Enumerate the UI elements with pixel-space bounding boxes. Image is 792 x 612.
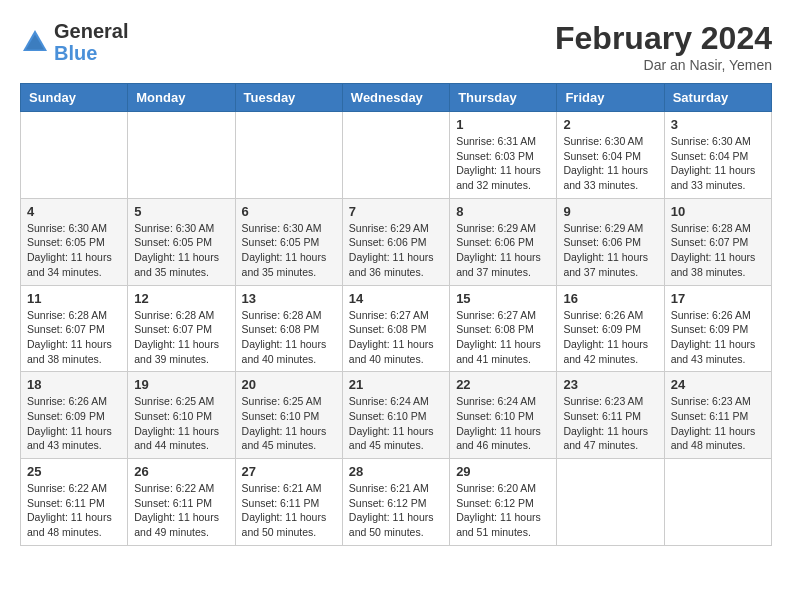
page-header: General Blue February 2024 Dar an Nasir,… [20, 20, 772, 73]
calendar-cell: 8Sunrise: 6:29 AM Sunset: 6:06 PM Daylig… [450, 198, 557, 285]
day-info: Sunrise: 6:26 AM Sunset: 6:09 PM Dayligh… [563, 308, 657, 367]
day-number: 11 [27, 291, 121, 306]
calendar-week-row: 1Sunrise: 6:31 AM Sunset: 6:03 PM Daylig… [21, 112, 772, 199]
weekday-header-thursday: Thursday [450, 84, 557, 112]
day-info: Sunrise: 6:21 AM Sunset: 6:11 PM Dayligh… [242, 481, 336, 540]
calendar-cell: 27Sunrise: 6:21 AM Sunset: 6:11 PM Dayli… [235, 459, 342, 546]
calendar-cell [342, 112, 449, 199]
day-number: 16 [563, 291, 657, 306]
day-info: Sunrise: 6:27 AM Sunset: 6:08 PM Dayligh… [349, 308, 443, 367]
calendar-cell: 14Sunrise: 6:27 AM Sunset: 6:08 PM Dayli… [342, 285, 449, 372]
title-block: February 2024 Dar an Nasir, Yemen [555, 20, 772, 73]
calendar-cell [235, 112, 342, 199]
day-info: Sunrise: 6:22 AM Sunset: 6:11 PM Dayligh… [134, 481, 228, 540]
calendar-cell: 15Sunrise: 6:27 AM Sunset: 6:08 PM Dayli… [450, 285, 557, 372]
calendar-cell: 13Sunrise: 6:28 AM Sunset: 6:08 PM Dayli… [235, 285, 342, 372]
calendar-cell: 28Sunrise: 6:21 AM Sunset: 6:12 PM Dayli… [342, 459, 449, 546]
day-number: 13 [242, 291, 336, 306]
location-subtitle: Dar an Nasir, Yemen [555, 57, 772, 73]
day-number: 2 [563, 117, 657, 132]
calendar-cell: 1Sunrise: 6:31 AM Sunset: 6:03 PM Daylig… [450, 112, 557, 199]
day-number: 22 [456, 377, 550, 392]
calendar-cell: 20Sunrise: 6:25 AM Sunset: 6:10 PM Dayli… [235, 372, 342, 459]
day-number: 28 [349, 464, 443, 479]
day-number: 3 [671, 117, 765, 132]
day-number: 12 [134, 291, 228, 306]
calendar-cell: 18Sunrise: 6:26 AM Sunset: 6:09 PM Dayli… [21, 372, 128, 459]
calendar-cell: 22Sunrise: 6:24 AM Sunset: 6:10 PM Dayli… [450, 372, 557, 459]
weekday-header-wednesday: Wednesday [342, 84, 449, 112]
calendar-cell: 16Sunrise: 6:26 AM Sunset: 6:09 PM Dayli… [557, 285, 664, 372]
day-info: Sunrise: 6:29 AM Sunset: 6:06 PM Dayligh… [349, 221, 443, 280]
day-number: 18 [27, 377, 121, 392]
weekday-header-tuesday: Tuesday [235, 84, 342, 112]
day-info: Sunrise: 6:30 AM Sunset: 6:05 PM Dayligh… [134, 221, 228, 280]
day-info: Sunrise: 6:25 AM Sunset: 6:10 PM Dayligh… [242, 394, 336, 453]
day-info: Sunrise: 6:23 AM Sunset: 6:11 PM Dayligh… [671, 394, 765, 453]
day-number: 21 [349, 377, 443, 392]
day-number: 14 [349, 291, 443, 306]
month-year-title: February 2024 [555, 20, 772, 57]
day-number: 5 [134, 204, 228, 219]
day-info: Sunrise: 6:30 AM Sunset: 6:04 PM Dayligh… [563, 134, 657, 193]
day-info: Sunrise: 6:21 AM Sunset: 6:12 PM Dayligh… [349, 481, 443, 540]
calendar-cell: 19Sunrise: 6:25 AM Sunset: 6:10 PM Dayli… [128, 372, 235, 459]
calendar-cell: 5Sunrise: 6:30 AM Sunset: 6:05 PM Daylig… [128, 198, 235, 285]
logo: General Blue [20, 20, 128, 64]
day-info: Sunrise: 6:25 AM Sunset: 6:10 PM Dayligh… [134, 394, 228, 453]
calendar-cell: 11Sunrise: 6:28 AM Sunset: 6:07 PM Dayli… [21, 285, 128, 372]
weekday-header-sunday: Sunday [21, 84, 128, 112]
day-number: 24 [671, 377, 765, 392]
day-number: 10 [671, 204, 765, 219]
day-number: 26 [134, 464, 228, 479]
day-number: 15 [456, 291, 550, 306]
calendar-cell [664, 459, 771, 546]
day-info: Sunrise: 6:27 AM Sunset: 6:08 PM Dayligh… [456, 308, 550, 367]
day-info: Sunrise: 6:30 AM Sunset: 6:05 PM Dayligh… [27, 221, 121, 280]
calendar-cell: 6Sunrise: 6:30 AM Sunset: 6:05 PM Daylig… [235, 198, 342, 285]
weekday-header-monday: Monday [128, 84, 235, 112]
calendar-cell: 2Sunrise: 6:30 AM Sunset: 6:04 PM Daylig… [557, 112, 664, 199]
day-number: 23 [563, 377, 657, 392]
calendar-cell: 25Sunrise: 6:22 AM Sunset: 6:11 PM Dayli… [21, 459, 128, 546]
day-info: Sunrise: 6:22 AM Sunset: 6:11 PM Dayligh… [27, 481, 121, 540]
day-number: 8 [456, 204, 550, 219]
calendar-cell [128, 112, 235, 199]
calendar-cell: 29Sunrise: 6:20 AM Sunset: 6:12 PM Dayli… [450, 459, 557, 546]
logo-icon [20, 27, 50, 57]
calendar-week-row: 4Sunrise: 6:30 AM Sunset: 6:05 PM Daylig… [21, 198, 772, 285]
day-info: Sunrise: 6:24 AM Sunset: 6:10 PM Dayligh… [456, 394, 550, 453]
day-info: Sunrise: 6:28 AM Sunset: 6:07 PM Dayligh… [671, 221, 765, 280]
calendar-cell: 26Sunrise: 6:22 AM Sunset: 6:11 PM Dayli… [128, 459, 235, 546]
day-number: 6 [242, 204, 336, 219]
day-info: Sunrise: 6:26 AM Sunset: 6:09 PM Dayligh… [671, 308, 765, 367]
day-info: Sunrise: 6:30 AM Sunset: 6:04 PM Dayligh… [671, 134, 765, 193]
calendar-cell [557, 459, 664, 546]
day-number: 17 [671, 291, 765, 306]
calendar-cell: 12Sunrise: 6:28 AM Sunset: 6:07 PM Dayli… [128, 285, 235, 372]
calendar-cell: 24Sunrise: 6:23 AM Sunset: 6:11 PM Dayli… [664, 372, 771, 459]
weekday-header-saturday: Saturday [664, 84, 771, 112]
day-info: Sunrise: 6:23 AM Sunset: 6:11 PM Dayligh… [563, 394, 657, 453]
day-number: 9 [563, 204, 657, 219]
day-info: Sunrise: 6:30 AM Sunset: 6:05 PM Dayligh… [242, 221, 336, 280]
day-number: 27 [242, 464, 336, 479]
calendar-cell [21, 112, 128, 199]
calendar-cell: 10Sunrise: 6:28 AM Sunset: 6:07 PM Dayli… [664, 198, 771, 285]
day-number: 20 [242, 377, 336, 392]
day-number: 1 [456, 117, 550, 132]
day-info: Sunrise: 6:28 AM Sunset: 6:07 PM Dayligh… [134, 308, 228, 367]
day-info: Sunrise: 6:24 AM Sunset: 6:10 PM Dayligh… [349, 394, 443, 453]
weekday-header-row: SundayMondayTuesdayWednesdayThursdayFrid… [21, 84, 772, 112]
calendar-cell: 7Sunrise: 6:29 AM Sunset: 6:06 PM Daylig… [342, 198, 449, 285]
calendar-cell: 3Sunrise: 6:30 AM Sunset: 6:04 PM Daylig… [664, 112, 771, 199]
day-number: 7 [349, 204, 443, 219]
day-info: Sunrise: 6:29 AM Sunset: 6:06 PM Dayligh… [456, 221, 550, 280]
calendar-week-row: 25Sunrise: 6:22 AM Sunset: 6:11 PM Dayli… [21, 459, 772, 546]
calendar-week-row: 18Sunrise: 6:26 AM Sunset: 6:09 PM Dayli… [21, 372, 772, 459]
day-info: Sunrise: 6:26 AM Sunset: 6:09 PM Dayligh… [27, 394, 121, 453]
weekday-header-friday: Friday [557, 84, 664, 112]
day-info: Sunrise: 6:29 AM Sunset: 6:06 PM Dayligh… [563, 221, 657, 280]
day-info: Sunrise: 6:20 AM Sunset: 6:12 PM Dayligh… [456, 481, 550, 540]
day-number: 4 [27, 204, 121, 219]
